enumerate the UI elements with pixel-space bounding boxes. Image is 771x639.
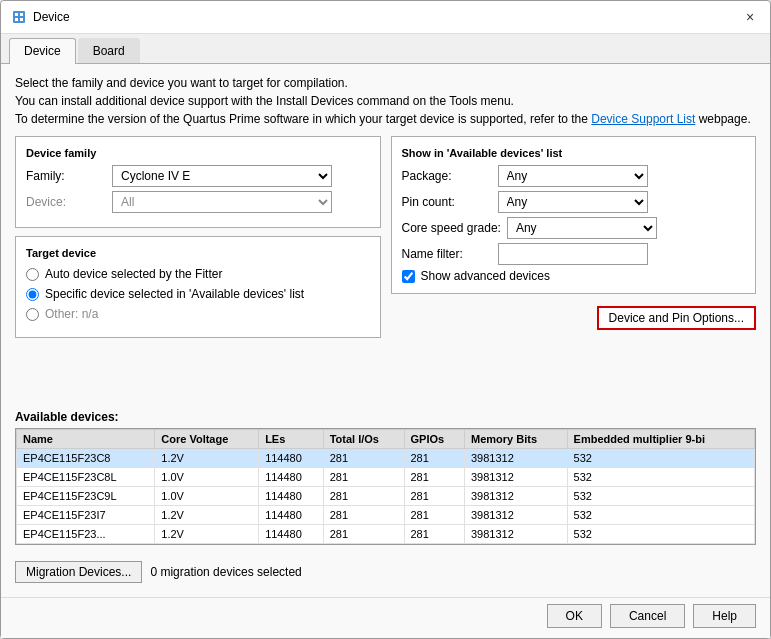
radio-specific-row: Specific device selected in 'Available d… [26, 287, 370, 301]
show-available-title: Show in 'Available devices' list [402, 147, 746, 159]
title-bar: Device × [1, 1, 770, 34]
tab-board[interactable]: Board [78, 38, 140, 63]
left-panel: Device family Family: Cyclone IV E Cyclo… [15, 136, 381, 398]
family-select[interactable]: Cyclone IV E Cyclone IV GX Cyclone V Arr… [112, 165, 332, 187]
desc-line2: You can install additional device suppor… [15, 92, 756, 110]
package-select[interactable]: Any [498, 165, 648, 187]
table-row[interactable]: EP4CE115F23C9L1.0V1144802812813981312532 [17, 487, 755, 506]
window-title: Device [33, 10, 70, 24]
tab-bar: Device Board [1, 34, 770, 64]
footer-buttons: OK Cancel Help [1, 597, 770, 638]
radio-other-row: Other: n/a [26, 307, 370, 321]
table-row[interactable]: EP4CE115F23...1.2V1144802812813981312532 [17, 525, 755, 544]
target-device-section: Target device Auto device selected by th… [15, 236, 381, 338]
device-pin-btn-row: Device and Pin Options... [391, 306, 757, 330]
migration-devices-button[interactable]: Migration Devices... [15, 561, 142, 583]
dialog-content: Select the family and device you want to… [1, 64, 770, 597]
col-total-ios: Total I/Os [323, 430, 404, 449]
device-support-link[interactable]: Device Support List [591, 112, 695, 126]
show-advanced-checkbox[interactable] [402, 270, 415, 283]
table-row[interactable]: EP4CE115F23C81.2V1144802812813981312532 [17, 449, 755, 468]
radio-specific-label: Specific device selected in 'Available d… [45, 287, 304, 301]
ok-button[interactable]: OK [547, 604, 602, 628]
col-embedded-mult: Embedded multiplier 9-bi [567, 430, 754, 449]
close-button[interactable]: × [740, 7, 760, 27]
desc-line1: Select the family and device you want to… [15, 74, 756, 92]
device-pin-options-button[interactable]: Device and Pin Options... [597, 306, 756, 330]
show-advanced-label: Show advanced devices [421, 269, 550, 283]
pin-count-label: Pin count: [402, 195, 492, 209]
target-device-title: Target device [26, 247, 370, 259]
core-speed-label: Core speed grade: [402, 221, 501, 235]
device-label: Device: [26, 195, 106, 209]
device-family-section: Device family Family: Cyclone IV E Cyclo… [15, 136, 381, 228]
main-columns: Device family Family: Cyclone IV E Cyclo… [15, 136, 756, 398]
device-dialog: Device × Device Board Select the family … [0, 0, 771, 639]
svg-rect-4 [20, 18, 23, 21]
package-row: Package: Any [402, 165, 746, 187]
description-block: Select the family and device you want to… [15, 74, 756, 128]
show-available-section: Show in 'Available devices' list Package… [391, 136, 757, 294]
col-memory-bits: Memory Bits [465, 430, 568, 449]
table-row[interactable]: EP4CE115F23C8L1.0V1144802812813981312532 [17, 468, 755, 487]
pin-count-select[interactable]: Any [498, 191, 648, 213]
help-button[interactable]: Help [693, 604, 756, 628]
name-filter-label: Name filter: [402, 247, 492, 261]
col-gpios: GPIOs [404, 430, 465, 449]
devices-table: Name Core Voltage LEs Total I/Os GPIOs M… [16, 429, 755, 544]
device-select[interactable]: All [112, 191, 332, 213]
desc-line3: To determine the version of the Quartus … [15, 110, 756, 128]
name-filter-input[interactable] [498, 243, 648, 265]
cancel-button[interactable]: Cancel [610, 604, 685, 628]
family-label: Family: [26, 169, 106, 183]
right-panel: Show in 'Available devices' list Package… [391, 136, 757, 398]
radio-auto-label: Auto device selected by the Fitter [45, 267, 222, 281]
show-advanced-row: Show advanced devices [402, 269, 746, 283]
table-row[interactable]: EP4CE115F23I71.2V1144802812813981312532 [17, 506, 755, 525]
bottom-row: Migration Devices... 0 migration devices… [15, 553, 756, 587]
device-row: Device: All [26, 191, 370, 213]
devices-table-container[interactable]: Name Core Voltage LEs Total I/Os GPIOs M… [15, 428, 756, 545]
radio-other-label: Other: n/a [45, 307, 98, 321]
core-speed-row: Core speed grade: Any [402, 217, 746, 239]
name-filter-row: Name filter: [402, 243, 746, 265]
tab-device[interactable]: Device [9, 38, 76, 64]
svg-rect-1 [15, 13, 18, 16]
device-family-title: Device family [26, 147, 370, 159]
device-icon [11, 9, 27, 25]
migration-text: 0 migration devices selected [150, 565, 301, 579]
col-les: LEs [259, 430, 324, 449]
svg-rect-3 [15, 18, 18, 21]
radio-auto-row: Auto device selected by the Fitter [26, 267, 370, 281]
radio-other[interactable] [26, 308, 39, 321]
available-devices-title: Available devices: [15, 410, 756, 424]
core-speed-select[interactable]: Any [507, 217, 657, 239]
pin-count-row: Pin count: Any [402, 191, 746, 213]
available-devices-section: Available devices: Name Core Voltage LEs… [15, 410, 756, 545]
col-name: Name [17, 430, 155, 449]
svg-rect-0 [13, 11, 25, 23]
radio-specific[interactable] [26, 288, 39, 301]
family-row: Family: Cyclone IV E Cyclone IV GX Cyclo… [26, 165, 370, 187]
package-label: Package: [402, 169, 492, 183]
svg-rect-2 [20, 13, 23, 16]
col-core-voltage: Core Voltage [155, 430, 259, 449]
radio-auto[interactable] [26, 268, 39, 281]
